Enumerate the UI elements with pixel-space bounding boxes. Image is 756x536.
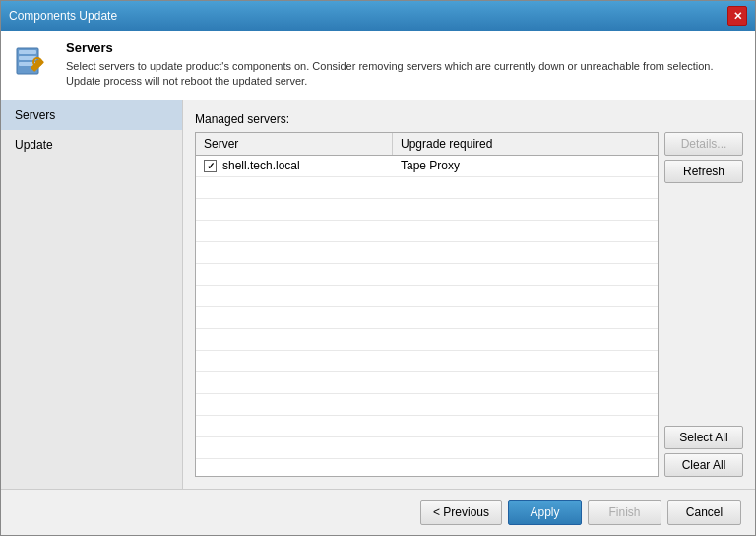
close-button[interactable]: ✕ — [727, 6, 747, 26]
filler-row — [196, 177, 658, 199]
table-row[interactable]: shell.tech.local Tape Proxy — [196, 156, 658, 177]
apply-button[interactable]: Apply — [508, 500, 582, 525]
refresh-button[interactable]: Refresh — [664, 160, 743, 183]
filler-row — [196, 242, 658, 264]
content-area: Servers Update Managed servers: Server U… — [1, 100, 755, 489]
servers-table: Server Upgrade required shell.tech.local… — [195, 132, 659, 477]
title-bar: Components Update ✕ — [1, 1, 755, 31]
details-button[interactable]: Details... — [664, 132, 743, 156]
server-checkbox[interactable] — [204, 160, 217, 172]
filler-row — [196, 199, 658, 221]
filler-row — [196, 329, 658, 351]
cancel-button[interactable]: Cancel — [667, 500, 741, 525]
filler-row — [196, 416, 658, 437]
filler-row — [196, 264, 658, 286]
servers-container: Server Upgrade required shell.tech.local… — [195, 132, 743, 477]
footer: < Previous Apply Finish Cancel — [1, 489, 755, 535]
sidebar-item-update[interactable]: Update — [1, 130, 182, 160]
filler-row — [196, 286, 658, 307]
server-name: shell.tech.local — [222, 159, 300, 172]
filler-row — [196, 221, 658, 242]
column-upgrade: Upgrade required — [393, 133, 658, 155]
svg-point-6 — [35, 60, 39, 64]
sidebar-item-servers[interactable]: Servers — [1, 100, 182, 130]
finish-button[interactable]: Finish — [588, 500, 662, 525]
table-header: Server Upgrade required — [196, 133, 658, 156]
main-panel: Managed servers: Server Upgrade required… — [183, 100, 755, 489]
clear-all-button[interactable]: Clear All — [664, 453, 743, 477]
dialog: Components Update ✕ Servers Select serve… — [0, 0, 756, 536]
header-section: Servers Select servers to update product… — [1, 31, 755, 100]
managed-servers-label: Managed servers: — [195, 112, 743, 126]
side-buttons: Details... Refresh Select All Clear All — [664, 132, 743, 477]
filler-row — [196, 437, 658, 459]
filler-row — [196, 351, 658, 372]
filler-row — [196, 394, 658, 416]
header-description: Select servers to update product's compo… — [66, 59, 741, 90]
column-server: Server — [196, 133, 393, 155]
dialog-title: Components Update — [9, 9, 117, 23]
previous-button[interactable]: < Previous — [420, 500, 502, 525]
servers-icon — [15, 40, 54, 80]
filler-row — [196, 372, 658, 394]
server-cell: shell.tech.local — [196, 156, 393, 175]
side-buttons-bottom: Select All Clear All — [664, 426, 743, 477]
header-title: Servers — [66, 40, 741, 55]
sidebar: Servers Update — [1, 100, 183, 489]
table-body: shell.tech.local Tape Proxy — [196, 156, 658, 476]
header-text: Servers Select servers to update product… — [66, 40, 741, 90]
svg-rect-1 — [19, 50, 36, 54]
upgrade-cell: Tape Proxy — [393, 156, 658, 175]
filler-row — [196, 307, 658, 329]
filler-row — [196, 459, 658, 476]
select-all-button[interactable]: Select All — [664, 426, 743, 449]
